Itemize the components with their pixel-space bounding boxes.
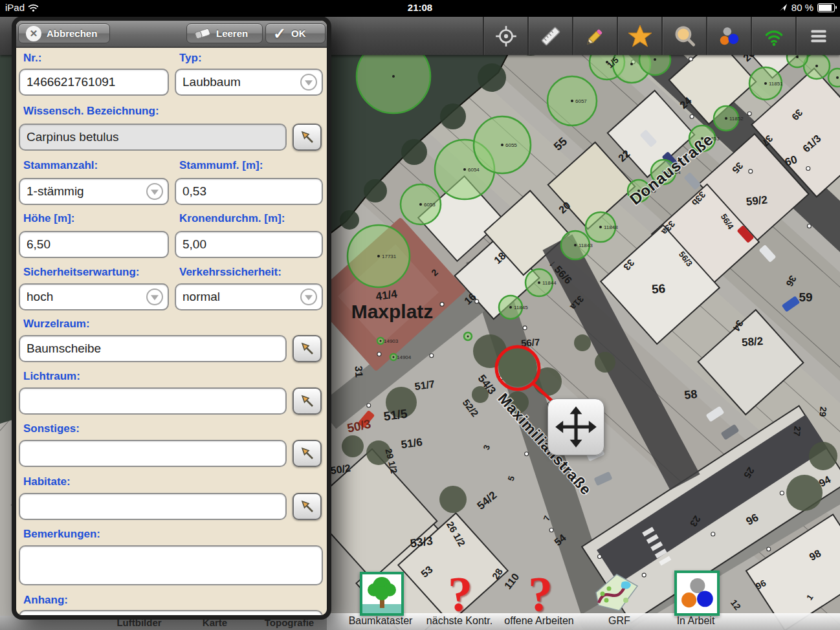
- typ-dropdown[interactable]: Laubbaum: [175, 69, 323, 96]
- check-icon: [273, 25, 286, 43]
- stammumf-field[interactable]: 0,53: [175, 178, 323, 205]
- chevron-down-icon: [146, 288, 163, 305]
- typ-label: Typ:: [179, 52, 202, 65]
- lichtraum-field[interactable]: [19, 387, 287, 415]
- magnifier-icon: [672, 24, 697, 49]
- wurzelraum-picker-button[interactable]: [293, 335, 322, 362]
- svg-text:6057: 6057: [575, 98, 587, 104]
- svg-text:6053: 6053: [424, 202, 436, 208]
- picker-arrow-icon: [300, 446, 315, 461]
- battery-icon: [817, 3, 835, 12]
- search-button[interactable]: [661, 17, 706, 55]
- hoehe-field[interactable]: 6,50: [19, 231, 169, 258]
- wurzelraum-field[interactable]: Baumscheibe: [19, 335, 287, 362]
- baumkataster-button[interactable]: [360, 572, 404, 616]
- grf-button[interactable]: [592, 572, 639, 614]
- svg-text:31: 31: [353, 365, 364, 378]
- in-arbeit-button[interactable]: [674, 570, 720, 616]
- draw-button[interactable]: [572, 17, 617, 55]
- sonstiges-picker-button[interactable]: [293, 440, 322, 467]
- map-icon: [592, 572, 639, 612]
- stammumf-label: Stammumf. [m]:: [179, 159, 263, 172]
- wifi-icon: [762, 24, 786, 49]
- picker-arrow-icon: [300, 393, 315, 409]
- chevron-down-icon: [146, 183, 163, 200]
- svg-text:11845: 11845: [514, 305, 528, 310]
- move-handle[interactable]: [547, 398, 604, 455]
- baumkataster-label: Baumkataster: [349, 615, 413, 627]
- stammanzahl-dropdown[interactable]: 1-stämmig: [19, 178, 169, 205]
- clear-button[interactable]: Leeren: [186, 23, 263, 43]
- picker-arrow-icon: [300, 341, 315, 356]
- menu-button[interactable]: [795, 17, 840, 55]
- tree-edit-form: Abbrechen Leeren OK Nr.: 1466621761091 T…: [12, 16, 331, 620]
- svg-text:Maxplatz: Maxplatz: [351, 301, 434, 322]
- favorites-button[interactable]: [617, 17, 661, 55]
- sicherheitserwartung-dropdown[interactable]: hoch: [19, 283, 169, 310]
- status-dots-icon: [677, 573, 717, 613]
- kronendurchm-field[interactable]: 5,00: [175, 231, 323, 258]
- move-arrows-icon: [552, 403, 600, 451]
- status-dots-icon: [717, 24, 742, 49]
- svg-text:59/2: 59/2: [746, 193, 768, 208]
- close-icon: [26, 26, 41, 41]
- naechste-kontrolle-button[interactable]: ?: [448, 573, 472, 614]
- form-header: Abbrechen Leeren OK: [16, 21, 327, 48]
- status-dots-button[interactable]: [706, 17, 751, 55]
- wissensch-label: Wissensch. Bezeichnung:: [23, 105, 159, 118]
- ruler-icon: [538, 24, 563, 49]
- wissensch-field[interactable]: Carpinus betulus: [19, 124, 287, 151]
- habitate-field[interactable]: [19, 493, 287, 520]
- wifi-button[interactable]: [751, 17, 795, 55]
- battery-percent: 80 %: [791, 2, 813, 13]
- nr-label: Nr.:: [23, 52, 41, 65]
- sonstiges-label: Sonstiges:: [23, 422, 80, 435]
- cancel-button[interactable]: Abbrechen: [18, 23, 110, 43]
- picker-arrow-icon: [300, 129, 315, 145]
- svg-text:29: 29: [817, 406, 829, 417]
- svg-text:27: 27: [791, 426, 803, 437]
- gps-target-button[interactable]: [483, 17, 527, 55]
- ok-button[interactable]: OK: [265, 23, 326, 43]
- status-bar: iPad 21:08 80 %: [0, 0, 840, 17]
- svg-text:58/2: 58/2: [741, 335, 763, 349]
- kronendurchm-label: Kronendurchm. [m]:: [179, 212, 285, 225]
- grf-label: GRF: [608, 615, 630, 627]
- svg-text:11844: 11844: [542, 280, 557, 286]
- nr-field[interactable]: 1466621761091: [19, 69, 169, 96]
- habitate-label: Habitate:: [23, 475, 71, 488]
- anhang-label: Anhang:: [23, 594, 68, 607]
- chevron-down-icon: [300, 288, 317, 305]
- ruler-button[interactable]: [527, 17, 572, 55]
- stammanzahl-label: Stammanzahl:: [23, 159, 98, 172]
- svg-text:59: 59: [799, 290, 812, 304]
- menu-icon: [806, 24, 831, 49]
- svg-text:11843: 11843: [579, 243, 593, 248]
- habitate-picker-button[interactable]: [293, 493, 322, 520]
- eraser-icon: [194, 28, 211, 39]
- svg-text:14904: 14904: [397, 354, 412, 360]
- svg-text:14903: 14903: [384, 338, 399, 344]
- in-arbeit-label: In Arbeit: [677, 615, 715, 627]
- lichtraum-label: Lichtraum:: [23, 370, 80, 383]
- chevron-down-icon: [300, 74, 317, 91]
- bemerkungen-field[interactable]: [19, 545, 323, 585]
- svg-text:6055: 6055: [505, 142, 517, 148]
- verkehrssicherheit-dropdown[interactable]: normal: [175, 283, 323, 310]
- wurzelraum-label: Wurzelraum:: [23, 318, 90, 331]
- naechste-kontrolle-label: nächste Kontr.: [426, 615, 492, 627]
- offene-arbeiten-button[interactable]: ?: [528, 573, 553, 614]
- anhang-field[interactable]: [19, 610, 323, 620]
- hoehe-label: Höhe [m]:: [23, 212, 74, 225]
- svg-text:11848: 11848: [604, 224, 618, 230]
- svg-text:17731: 17731: [382, 254, 397, 259]
- star-icon: [627, 23, 653, 49]
- verkehrssicherheit-label: Verkehrssicherheit:: [179, 266, 282, 279]
- sonstiges-field[interactable]: [19, 440, 287, 467]
- pencil-icon: [583, 24, 608, 49]
- svg-text:56: 56: [651, 281, 666, 296]
- wissensch-picker-button[interactable]: [293, 124, 322, 151]
- lichtraum-picker-button[interactable]: [293, 387, 322, 415]
- offene-arbeiten-label: offene Arbeiten: [504, 615, 573, 627]
- sicherheitserwartung-label: Sicherheitserwartung:: [23, 266, 140, 279]
